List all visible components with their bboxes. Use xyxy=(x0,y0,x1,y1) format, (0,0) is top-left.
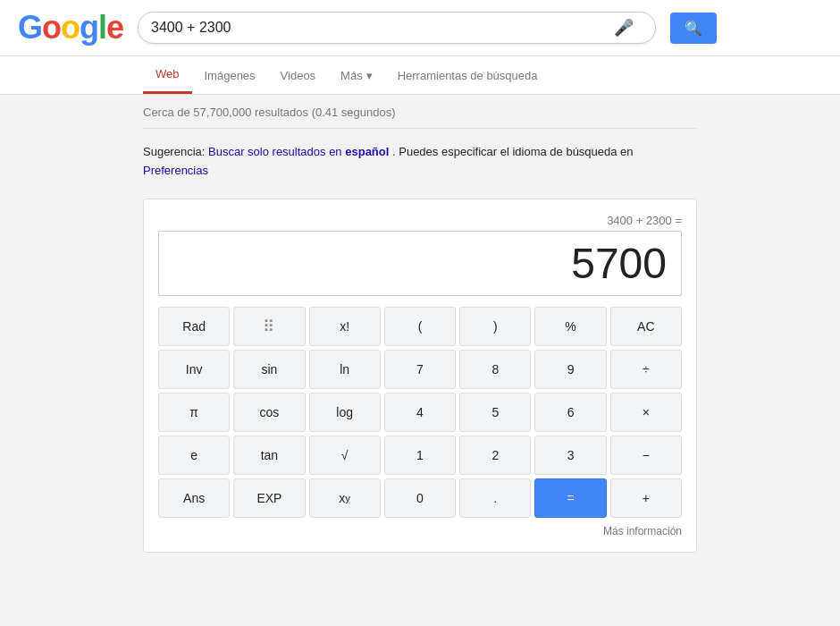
btn-7[interactable]: 7 xyxy=(384,350,456,389)
btn-open-paren[interactable]: ( xyxy=(384,307,456,346)
buscar-solo-link[interactable]: Buscar solo resultados en español xyxy=(208,145,392,158)
search-bar: 🎤 xyxy=(138,12,656,44)
btn-ac[interactable]: AC xyxy=(610,307,682,346)
header: Google 🎤 🔍 xyxy=(0,0,840,56)
btn-percent[interactable]: % xyxy=(534,307,606,346)
chevron-down-icon: ▾ xyxy=(366,69,373,82)
result-count: Cerca de 57,700,000 resultados (0.41 seg… xyxy=(143,106,697,119)
btn-6[interactable]: 6 xyxy=(534,393,606,432)
suggestion: Sugerencia: Buscar solo resultados en es… xyxy=(143,143,697,181)
search-icon: 🔍 xyxy=(685,21,702,36)
btn-8[interactable]: 8 xyxy=(459,350,531,389)
btn-9[interactable]: 9 xyxy=(534,350,606,389)
btn-5[interactable]: 5 xyxy=(459,393,531,432)
btn-0[interactable]: 0 xyxy=(384,478,456,518)
btn-add[interactable]: + xyxy=(610,478,682,518)
tab-imagenes[interactable]: Imágenes xyxy=(192,58,268,93)
nav-tabs: Web Imágenes Videos Más ▾ Herramientas d… xyxy=(0,56,840,95)
btn-e[interactable]: e xyxy=(158,436,230,475)
btn-cos[interactable]: cos xyxy=(233,393,305,432)
tab-web[interactable]: Web xyxy=(143,56,192,94)
calc-grid: Rad ⠿ x! ( ) % AC Inv sin ln 7 8 9 ÷ π c… xyxy=(158,307,682,518)
btn-grid[interactable]: ⠿ xyxy=(233,307,305,346)
btn-4[interactable]: 4 xyxy=(384,393,456,432)
btn-divide[interactable]: ÷ xyxy=(610,350,682,389)
btn-3[interactable]: 3 xyxy=(534,436,606,475)
btn-inv[interactable]: Inv xyxy=(158,350,230,389)
btn-rad[interactable]: Rad xyxy=(158,307,230,346)
calc-display: 5700 xyxy=(158,231,682,296)
tab-videos[interactable]: Videos xyxy=(268,58,329,93)
btn-ln[interactable]: ln xyxy=(309,350,381,389)
btn-tan[interactable]: tan xyxy=(233,436,305,475)
search-input[interactable] xyxy=(151,20,614,36)
btn-pi[interactable]: π xyxy=(158,393,230,432)
btn-close-paren[interactable]: ) xyxy=(459,307,531,346)
btn-exp[interactable]: EXP xyxy=(233,478,305,518)
btn-sqrt[interactable]: √ xyxy=(309,436,381,475)
btn-equals[interactable]: = xyxy=(534,478,606,518)
btn-subtract[interactable]: − xyxy=(610,436,682,475)
btn-factorial[interactable]: x! xyxy=(309,307,381,346)
search-button[interactable]: 🔍 xyxy=(670,13,717,44)
btn-sin[interactable]: sin xyxy=(233,350,305,389)
btn-decimal[interactable]: . xyxy=(459,478,531,518)
btn-multiply[interactable]: × xyxy=(610,393,682,432)
btn-log[interactable]: log xyxy=(309,393,381,432)
btn-1[interactable]: 1 xyxy=(384,436,456,475)
mas-informacion-link[interactable]: Más información xyxy=(603,525,682,537)
calc-expression: 3400 + 2300 = xyxy=(158,214,682,227)
mic-icon[interactable]: 🎤 xyxy=(614,18,634,38)
preferencias-link[interactable]: Preferencias xyxy=(143,164,208,177)
tab-herramientas[interactable]: Herramientas de búsqueda xyxy=(385,58,550,93)
tab-mas[interactable]: Más ▾ xyxy=(328,58,385,93)
calc-footer: Más información xyxy=(158,525,682,537)
btn-ans[interactable]: Ans xyxy=(158,478,230,518)
content: Cerca de 57,700,000 resultados (0.41 seg… xyxy=(0,95,840,563)
divider xyxy=(143,128,697,129)
calculator: 3400 + 2300 = 5700 Rad ⠿ x! ( ) % AC Inv… xyxy=(143,199,697,553)
btn-power[interactable]: xy xyxy=(309,478,381,518)
google-logo: Google xyxy=(18,9,123,47)
btn-2[interactable]: 2 xyxy=(459,436,531,475)
